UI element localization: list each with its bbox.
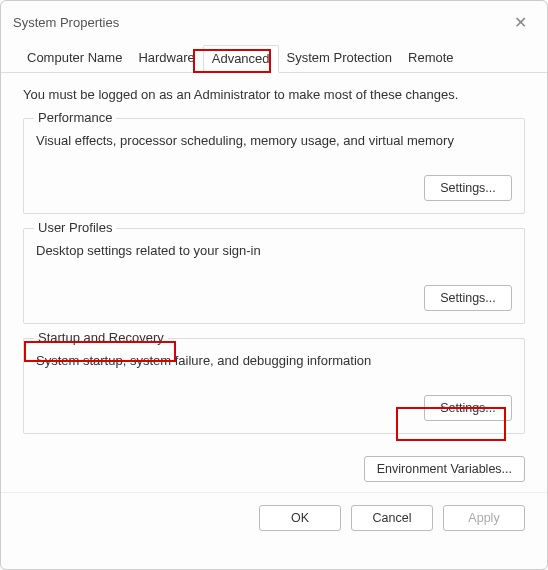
user-profiles-group: User Profiles Desktop settings related t… [23, 228, 525, 324]
system-properties-window: System Properties ✕ Computer Name Hardwa… [0, 0, 548, 570]
advanced-panel: You must be logged on as an Administrato… [1, 73, 547, 456]
close-icon[interactable]: ✕ [506, 9, 535, 36]
tab-hardware[interactable]: Hardware [130, 45, 202, 72]
titlebar: System Properties ✕ [1, 1, 547, 35]
cancel-button[interactable]: Cancel [351, 505, 433, 531]
ok-button[interactable]: OK [259, 505, 341, 531]
startup-recovery-group: Startup and Recovery System startup, sys… [23, 338, 525, 434]
performance-desc: Visual effects, processor scheduling, me… [36, 133, 512, 151]
intro-text: You must be logged on as an Administrato… [23, 87, 525, 102]
startup-recovery-legend: Startup and Recovery [34, 330, 168, 345]
user-profiles-legend: User Profiles [34, 220, 116, 235]
startup-recovery-settings-button[interactable]: Settings... [424, 395, 512, 421]
dialog-buttons: OK Cancel Apply [1, 492, 547, 545]
performance-settings-button[interactable]: Settings... [424, 175, 512, 201]
window-title: System Properties [13, 15, 119, 30]
apply-button[interactable]: Apply [443, 505, 525, 531]
tab-strip: Computer Name Hardware Advanced System P… [1, 35, 547, 73]
startup-recovery-desc: System startup, system failure, and debu… [36, 353, 512, 371]
environment-variables-button[interactable]: Environment Variables... [364, 456, 525, 482]
tab-system-protection[interactable]: System Protection [279, 45, 401, 72]
tab-remote[interactable]: Remote [400, 45, 462, 72]
user-profiles-desc: Desktop settings related to your sign-in [36, 243, 512, 261]
performance-legend: Performance [34, 110, 116, 125]
performance-group: Performance Visual effects, processor sc… [23, 118, 525, 214]
user-profiles-settings-button[interactable]: Settings... [424, 285, 512, 311]
tab-computer-name[interactable]: Computer Name [19, 45, 130, 72]
tab-advanced[interactable]: Advanced [203, 45, 279, 73]
